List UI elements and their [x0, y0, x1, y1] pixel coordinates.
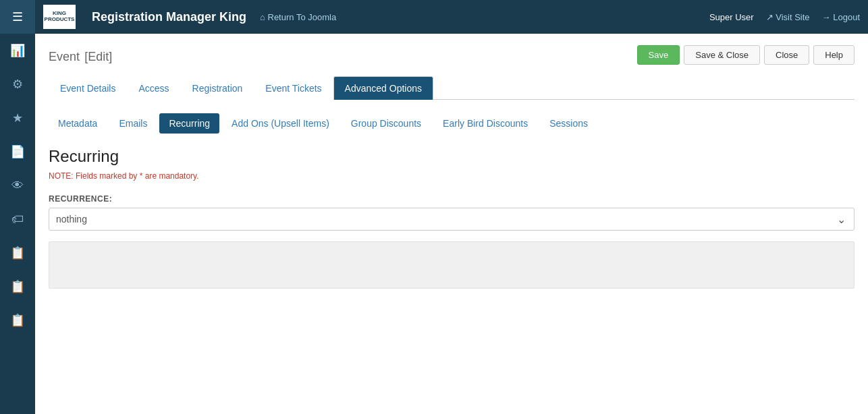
- section-title: Recurring: [49, 147, 855, 166]
- recurrence-form-group: RECURRENCE: nothing daily weekly monthly…: [49, 194, 855, 231]
- tab-early-bird-discounts[interactable]: Early Bird Discounts: [433, 113, 537, 134]
- sidebar-list2-icon[interactable]: 📋: [0, 270, 35, 303]
- sidebar-list1-icon[interactable]: 📋: [0, 236, 35, 270]
- sidebar-doc-icon[interactable]: 📄: [0, 135, 35, 169]
- sidebar-tag-icon[interactable]: 🏷: [0, 202, 35, 236]
- sidebar-menu-icon[interactable]: ☰: [0, 0, 35, 34]
- tab-event-details[interactable]: Event Details: [49, 76, 127, 100]
- gray-content-area: [49, 241, 855, 289]
- sidebar-star-icon[interactable]: ★: [0, 101, 35, 135]
- toolbar: Save Save & Close Close Help: [637, 45, 855, 65]
- super-user-label: Super User: [709, 12, 754, 22]
- content-area: Event [Edit] Save Save & Close Close Hel…: [35, 34, 868, 414]
- app-title: Registration Manager King: [92, 10, 246, 24]
- help-button[interactable]: Help: [813, 45, 855, 65]
- topbar-right: Super User ↗ Visit Site → Logout: [709, 12, 860, 22]
- tab-emails[interactable]: Emails: [109, 113, 157, 134]
- mandatory-note: NOTE: Fields marked by * are mandatory.: [49, 171, 855, 181]
- save-close-button[interactable]: Save & Close: [684, 45, 760, 65]
- sidebar-dashboard-icon[interactable]: 📊: [0, 34, 35, 67]
- main-wrapper: KING PRODUCTS Registration Manager King …: [35, 0, 868, 414]
- logo-text: KING PRODUCTS: [45, 11, 75, 23]
- tab-event-tickets[interactable]: Event Tickets: [254, 76, 333, 100]
- secondary-tabs: Metadata Emails Recurring Add Ons (Upsel…: [49, 113, 855, 134]
- topbar-logo: KING PRODUCTS: [43, 5, 76, 29]
- tab-registration[interactable]: Registration: [181, 76, 254, 100]
- topbar: KING PRODUCTS Registration Manager King …: [35, 0, 868, 34]
- home-icon: ⌂: [260, 12, 267, 22]
- tab-recurring[interactable]: Recurring: [159, 113, 219, 134]
- tab-sessions[interactable]: Sessions: [540, 113, 597, 134]
- logout-link[interactable]: → Logout: [822, 12, 860, 22]
- sidebar-settings-icon[interactable]: ⚙: [0, 67, 35, 101]
- tab-metadata[interactable]: Metadata: [49, 113, 107, 134]
- tab-advanced-options[interactable]: Advanced Options: [333, 76, 433, 100]
- recurrence-select[interactable]: nothing daily weekly monthly yearly: [49, 208, 854, 230]
- edit-label: [Edit]: [84, 50, 112, 63]
- page-header: Event [Edit] Save Save & Close Close Hel…: [49, 45, 855, 65]
- logo-box: KING PRODUCTS: [43, 5, 76, 29]
- sidebar-list3-icon[interactable]: 📋: [0, 303, 35, 337]
- recurrence-label: RECURRENCE:: [49, 194, 855, 204]
- visit-site-icon: ↗: [766, 12, 776, 22]
- visit-site-link[interactable]: ↗ Visit Site: [766, 12, 810, 22]
- recurrence-select-wrapper: nothing daily weekly monthly yearly ⌄: [49, 208, 855, 231]
- page-title: Event [Edit]: [49, 45, 112, 65]
- sidebar: ☰ 📊 ⚙ ★ 📄 👁 🏷 📋 📋 📋: [0, 0, 35, 414]
- return-to-joomla-link[interactable]: ⌂ Return To Joomla: [260, 12, 336, 22]
- save-button[interactable]: Save: [637, 45, 680, 65]
- sidebar-eye-icon[interactable]: 👁: [0, 169, 35, 202]
- tab-access[interactable]: Access: [127, 76, 180, 100]
- tab-group-discounts[interactable]: Group Discounts: [342, 113, 431, 134]
- close-button[interactable]: Close: [764, 45, 809, 65]
- tab-add-ons[interactable]: Add Ons (Upsell Items): [222, 113, 339, 134]
- primary-tabs: Event Details Access Registration Event …: [49, 76, 855, 100]
- logout-icon: →: [822, 12, 834, 22]
